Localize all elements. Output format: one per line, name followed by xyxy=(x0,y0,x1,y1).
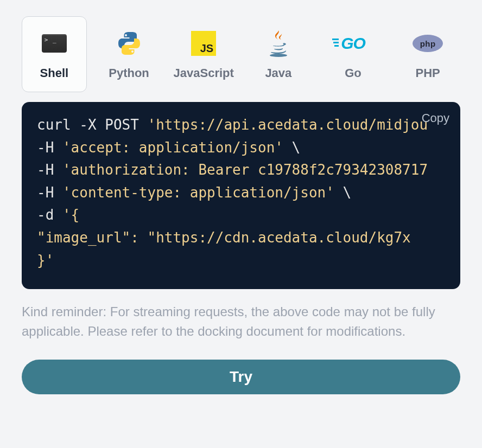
code-text: \ xyxy=(283,139,300,156)
svg-point-0 xyxy=(270,54,287,57)
code-text: \ xyxy=(334,184,351,201)
code-block: Copy curl -X POST 'https://api.acedata.c… xyxy=(22,102,460,289)
java-icon xyxy=(263,28,294,59)
python-icon xyxy=(114,28,144,59)
try-button[interactable]: Try xyxy=(22,360,460,394)
code-string: 'content-type: application/json' xyxy=(62,184,334,201)
tab-php[interactable]: php PHP xyxy=(395,16,460,92)
code-text: curl -X POST xyxy=(37,117,148,133)
tab-javascript[interactable]: JS JavaScript xyxy=(171,16,236,92)
tab-label: Python xyxy=(109,66,149,80)
tab-python[interactable]: Python xyxy=(97,16,162,92)
code-text: -H xyxy=(37,162,62,178)
code-string: 'accept: application/json' xyxy=(62,139,283,156)
copy-button[interactable]: Copy xyxy=(422,108,449,127)
code-text: -d xyxy=(37,207,62,223)
reminder-text: Kind reminder: For streaming requests, t… xyxy=(22,302,460,341)
language-tabs: Shell Python JS JavaScript Java GO xyxy=(22,16,460,92)
tab-label: JavaScript xyxy=(174,66,234,80)
tab-label: Shell xyxy=(40,66,69,80)
shell-icon xyxy=(39,28,69,59)
tab-label: Java xyxy=(265,66,291,80)
code-string: 'authorization: Bearer c19788f2c79342308… xyxy=(62,162,428,178)
code-string: }' xyxy=(37,252,54,268)
code-text: -H xyxy=(37,139,62,156)
code-string: "image_url": "https://cdn.acedata.cloud/… xyxy=(37,229,411,246)
tab-go[interactable]: GO Go xyxy=(321,16,386,92)
php-icon: php xyxy=(413,28,443,59)
tab-label: PHP xyxy=(416,66,440,80)
tab-label: Go xyxy=(345,66,362,80)
code-string: '{ xyxy=(62,207,79,223)
javascript-icon: JS xyxy=(188,28,219,59)
tab-shell[interactable]: Shell xyxy=(22,16,87,92)
tab-java[interactable]: Java xyxy=(246,16,311,92)
code-text: -H xyxy=(37,184,62,201)
code-string: 'https://api.acedata.cloud/midjou xyxy=(148,117,428,133)
go-icon: GO xyxy=(338,28,369,59)
